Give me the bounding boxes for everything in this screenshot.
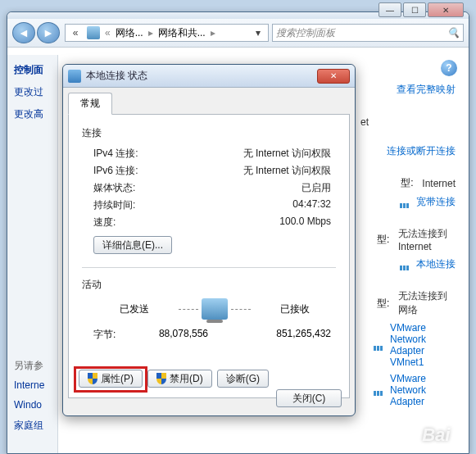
bytes-recv-value: 851,265,432 xyxy=(224,328,336,342)
details-button[interactable]: 详细信息(E)... xyxy=(93,236,172,254)
type-label: 型: xyxy=(401,176,417,190)
network-icon xyxy=(87,26,100,39)
connection-icon xyxy=(400,197,411,208)
breadcrumb-level1[interactable]: 网络... xyxy=(116,26,143,40)
close-button[interactable]: ✕ xyxy=(428,2,464,17)
sidebar-item[interactable]: Interne xyxy=(14,379,51,391)
back-button[interactable]: ◄ xyxy=(12,22,35,43)
ipv4-value: 无 Internet 访问权限 xyxy=(184,147,336,161)
connection-link[interactable]: 本地连接 xyxy=(416,257,456,271)
speed-label: 速度: xyxy=(93,216,184,229)
dialog-title: 本地连接 状态 xyxy=(86,69,317,83)
sidebar-item[interactable]: Windo xyxy=(14,399,51,411)
activity-section: 活动 xyxy=(82,278,336,292)
duration-label: 持续时间: xyxy=(93,198,184,212)
minimize-button[interactable]: — xyxy=(379,2,401,17)
dialog-titlebar[interactable]: 本地连接 状态 ✕ xyxy=(63,65,355,88)
type-value: Internet xyxy=(422,178,456,189)
connection-section: 连接 xyxy=(82,126,336,140)
media-value: 已启用 xyxy=(184,181,336,195)
shield-icon xyxy=(156,373,166,384)
speed-value: 100.0 Mbps xyxy=(184,216,336,229)
sidebar-item[interactable]: 更改高 xyxy=(14,107,51,121)
media-label: 媒体状态: xyxy=(93,181,184,195)
search-placeholder: 搜索控制面板 xyxy=(276,26,335,40)
shield-icon xyxy=(88,373,97,384)
bytes-label: 字节: xyxy=(93,328,143,342)
sidebar-item[interactable]: 家庭组 xyxy=(14,419,51,433)
ipv6-label: IPv6 连接: xyxy=(93,164,184,178)
type-label: 型: xyxy=(377,233,393,247)
breadcrumb[interactable]: « « 网络... ▸ 网络和共... ▸ ▾ xyxy=(65,24,269,42)
tab-general[interactable]: 常规 xyxy=(68,93,112,115)
properties-button[interactable]: 属性(P) xyxy=(79,370,143,388)
disable-button[interactable]: 禁用(D) xyxy=(147,370,212,388)
sidebar-header: 控制面 xyxy=(14,63,51,77)
forward-button[interactable]: ► xyxy=(37,22,60,43)
status-dialog: 本地连接 状态 ✕ 常规 连接 IPv4 连接:无 Internet 访问权限 … xyxy=(62,64,356,416)
ipv6-value: 无 Internet 访问权限 xyxy=(184,164,336,178)
connection-link[interactable]: VMware Network Adapter xyxy=(390,373,456,407)
connection-icon xyxy=(374,384,385,396)
sidebar-item[interactable]: 更改过 xyxy=(14,85,51,99)
bytes-sent-value: 88,078,556 xyxy=(143,328,224,342)
toolbar: ◄ ► « « 网络... ▸ 网络和共... ▸ ▾ 搜索控制面板 🔍 xyxy=(7,19,469,48)
tabstrip: 常规 xyxy=(68,93,350,115)
connection-link[interactable]: VMware Network Adapter VMnet1 xyxy=(390,322,456,368)
breadcrumb-level2[interactable]: 网络和共... xyxy=(158,26,206,40)
search-input[interactable]: 搜索控制面板 🔍 xyxy=(272,24,464,42)
ipv4-label: IPv4 连接: xyxy=(93,147,184,161)
connection-icon xyxy=(374,339,385,351)
maximize-button[interactable]: ☐ xyxy=(403,2,426,17)
type-value: 无法连接到 Internet xyxy=(398,227,456,252)
dialog-close-button[interactable]: ✕ xyxy=(317,69,350,84)
connection-icon xyxy=(400,259,411,270)
connection-link[interactable]: 宽带连接 xyxy=(416,195,456,209)
type-label: 型: xyxy=(377,297,393,311)
close-button[interactable]: 关闭(C) xyxy=(276,389,342,407)
window-controls: — ☐ ✕ xyxy=(379,2,464,17)
search-icon: 🔍 xyxy=(447,27,460,39)
received-label: 已接收 xyxy=(254,302,336,316)
computer-icon xyxy=(202,298,228,320)
sent-label: 已发送 xyxy=(93,302,175,316)
diagnose-button[interactable]: 诊断(G) xyxy=(217,370,269,388)
type-value: 无法连接到网络 xyxy=(398,289,456,317)
sidebar-related-header: 另请参 xyxy=(14,359,51,373)
tab-content: 连接 IPv4 连接:无 Internet 访问权限 IPv6 连接:无 Int… xyxy=(68,115,350,398)
sidebar: 控制面 更改过 更改高 另请参 Interne Windo 家庭组 xyxy=(7,55,58,453)
help-icon[interactable]: ? xyxy=(441,60,457,76)
duration-value: 04:47:32 xyxy=(184,198,336,212)
watermark: Bai xyxy=(422,424,465,446)
dialog-icon xyxy=(68,70,81,83)
